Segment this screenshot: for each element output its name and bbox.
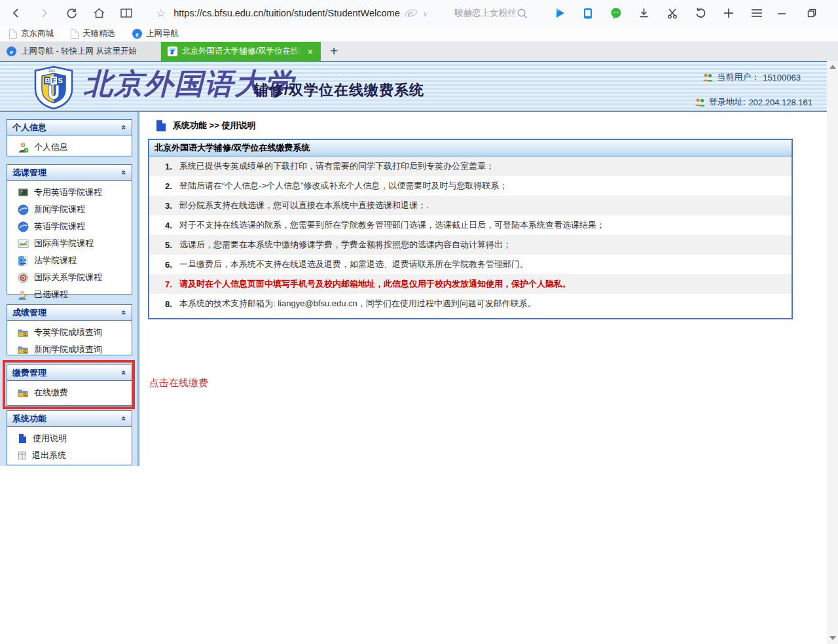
search-icon[interactable] [517,8,528,19]
collapse-chevron-icon[interactable]: « [119,125,129,130]
forward-button[interactable] [37,6,51,20]
new-tab-button[interactable]: + [330,43,338,59]
search-input[interactable]: 晙赫恋上女粉丝 [448,7,534,19]
collapse-chevron-icon[interactable]: « [119,170,129,175]
section-title: 成绩管理 [12,307,46,319]
page-content: B F S 1941 北京外国语大学 辅修/双学位在线缴费系统 当前用户： 15… [0,61,838,644]
tab-bfsu-tuition[interactable]: 北京外国语大学辅修/双学位在线缴费 × [161,42,321,61]
instruction-number: 1. [165,162,179,171]
bookmark-jd[interactable]: 京东商城 [9,28,54,39]
instruction-text: 对于不支持在线选课的院系，您需要到所在学院教务管理部门选课，选课截止日后，可登陆… [179,219,605,231]
tab-nav-homepage[interactable]: e 上网导航 - 轻快上网 从这里开始 [0,42,161,61]
plus-icon [723,8,734,18]
sidebar-item-personal-info[interactable]: + 个人信息 [7,139,132,156]
main-menu-button[interactable] [750,6,764,20]
breadcrumb-text: 系统功能 >> 使用说明 [173,120,255,132]
home-icon [93,7,105,20]
page-scrollbar[interactable] [827,61,838,644]
collapse-chevron-icon[interactable]: « [119,416,129,421]
main-content: 系统功能 >> 使用说明 北京外国语大学辅修/双学位在线缴费系统 1. 系统已提… [141,112,827,644]
svg-text:S: S [58,77,63,84]
blackboard-icon [18,188,29,198]
chat-bubble-icon [610,7,622,19]
sidebar-item-journalism-grades[interactable]: 新闻学院成绩查询 [7,341,132,358]
breadcrumb: 系统功能 >> 使用说明 [155,119,255,132]
restore-session-button[interactable] [693,6,708,20]
blue-globe-icon [18,221,29,232]
minimize-button[interactable] [774,6,789,20]
folder-key-icon [18,388,29,398]
video-button[interactable] [553,6,567,20]
instruction-text: 选课后，您需要在本系统中缴纳修课学费，学费金额将按照您的选课内容自动计算得出； [179,239,511,251]
sidebar-item-english-courses[interactable]: 英语学院课程 [7,218,132,235]
restore-window-button[interactable] [805,6,819,20]
sidebar-item-logout[interactable]: 退出系统 [7,447,132,464]
sidebar-item-selected-courses[interactable]: 已选课程 [7,286,132,303]
instruction-text: 本系统的技术支持邮箱为: liangye@bfsu.edu.cn，同学们在使用过… [179,298,536,310]
section-header-system[interactable]: 系统功能 « [7,411,132,427]
panel-title: 北京外国语大学辅修/双学位在线缴费系统 [149,140,792,156]
sidebar-section-grades: 成绩管理 « 专英学院成绩查询 [7,304,132,355]
sidebar-item-esp-grades[interactable]: 专英学院成绩查询 [7,324,132,341]
minimize-icon [777,9,786,18]
sidebar-item-label: 英语学院课程 [34,221,85,232]
mobile-sync-button[interactable] [581,6,595,20]
bookmark-star-icon[interactable]: ☆ [156,7,166,20]
url-text[interactable]: https://cs.bfsu.edu.cn/tuition/student/S… [173,8,400,18]
sidebar-item-intl-relations-courses[interactable]: 国际关系学院课程 [7,269,132,286]
tab-close-icon[interactable]: × [306,46,314,57]
address-bar[interactable]: ☆ https://cs.bfsu.edu.cn/tuition/student… [147,7,435,20]
close-window-button[interactable] [835,6,838,20]
hamburger-icon [751,9,763,18]
bookmark-tmall[interactable]: 天猫精选 [71,28,115,39]
scissors-icon [666,7,678,19]
sidebar-item-label: 退出系统 [32,450,66,461]
forward-icon [38,7,50,19]
instruction-row: 2. 登陆后请在“个人信息->个人信息”修改或补充个人信息，以便需要时及时与您取… [149,176,792,196]
url-expand-chevron[interactable]: › [424,8,427,19]
browser-window: ☆ https://cs.bfsu.edu.cn/tuition/student… [0,0,838,644]
sidebar-item-online-payment[interactable]: 在线缴费 [7,384,132,401]
instruction-number: 5. [165,240,179,250]
collapse-chevron-icon[interactable]: « [119,370,129,375]
sidebar-item-esp-courses[interactable]: 专用英语学院课程 [7,184,132,201]
instruction-row: 3. 部分院系支持在线选课，您可以直接在本系统中直接选课和退课；. [149,196,792,215]
wechat-button[interactable] [609,6,623,20]
sidebar-item-journalism-courses[interactable]: 新闻学院课程 [7,201,132,218]
instruction-row: 4. 对于不支持在线选课的院系，您需要到所在学院教务管理部门选课，选课截止日后，… [149,215,792,235]
refresh-button[interactable] [64,6,79,20]
sidebar-item-label: 新闻学院成绩查询 [34,344,102,355]
sidebar-item-label: 专用英语学院课程 [34,187,102,198]
section-title: 缴费管理 [12,367,46,379]
back-button[interactable] [9,6,24,20]
section-header-payment[interactable]: 缴费管理 « [7,365,132,381]
sidebar-item-law-courses[interactable]: 法学院课程 [7,252,132,269]
scroll-down-arrow-icon[interactable] [829,636,836,640]
instruction-text: 登陆后请在“个人信息->个人信息”修改或补充个人信息，以便需要时及时与您取得联系… [179,180,508,192]
bookmark-nav[interactable]: e 上网导航 [132,28,179,39]
collapse-chevron-icon[interactable]: « [119,310,129,315]
sidebar: 个人信息 « + 个人信息 [0,112,139,466]
add-button[interactable] [721,6,736,20]
current-user-value: 15100063 [763,73,801,82]
sidebar-item-business-courses[interactable]: 国际商学院课程 [7,235,132,252]
sidebar-item-instructions[interactable]: 使用说明 [7,430,132,447]
sidebar-item-label: 法学院课程 [34,255,77,266]
instruction-row: 8. 本系统的技术支持邮箱为: liangye@bfsu.edu.cn，同学们在… [149,294,792,313]
scroll-up-arrow-icon[interactable] [829,65,836,69]
exit-icon [18,451,27,460]
ie-compat-icon[interactable]: e [404,7,418,19]
section-header-personal[interactable]: 个人信息 « [7,120,132,135]
download-button[interactable] [637,6,651,20]
section-header-course[interactable]: 选课管理 « [7,165,132,181]
login-address-value: 202.204.128.161 [748,98,812,107]
instruction-number: 3. [165,201,179,211]
folder-key-icon [18,328,29,338]
instruction-number: 6. [165,260,179,270]
instruction-number: 7. [165,279,179,289]
home-button[interactable] [92,6,106,20]
screenshot-button[interactable] [665,6,680,20]
reading-mode-button[interactable] [119,6,134,20]
current-user-label: 当前用户： [717,71,759,83]
section-header-grades[interactable]: 成绩管理 « [7,305,132,321]
